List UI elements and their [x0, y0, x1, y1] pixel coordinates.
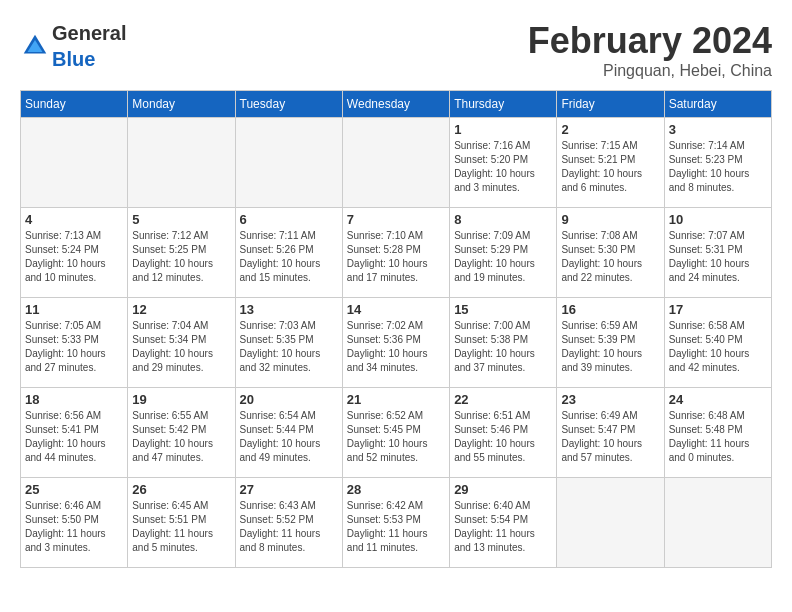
day-info: Sunrise: 7:04 AM Sunset: 5:34 PM Dayligh…: [132, 319, 230, 375]
day-info: Sunrise: 6:43 AM Sunset: 5:52 PM Dayligh…: [240, 499, 338, 555]
calendar-week-row: 25Sunrise: 6:46 AM Sunset: 5:50 PM Dayli…: [21, 478, 772, 568]
day-number: 25: [25, 482, 123, 497]
calendar-day-19: 19Sunrise: 6:55 AM Sunset: 5:42 PM Dayli…: [128, 388, 235, 478]
day-number: 14: [347, 302, 445, 317]
day-info: Sunrise: 7:03 AM Sunset: 5:35 PM Dayligh…: [240, 319, 338, 375]
calendar-day-25: 25Sunrise: 6:46 AM Sunset: 5:50 PM Dayli…: [21, 478, 128, 568]
day-number: 8: [454, 212, 552, 227]
title-section: February 2024 Pingquan, Hebei, China: [528, 20, 772, 80]
day-number: 29: [454, 482, 552, 497]
day-number: 17: [669, 302, 767, 317]
column-header-tuesday: Tuesday: [235, 91, 342, 118]
calendar-day-14: 14Sunrise: 7:02 AM Sunset: 5:36 PM Dayli…: [342, 298, 449, 388]
calendar-empty-cell: [664, 478, 771, 568]
day-number: 28: [347, 482, 445, 497]
day-number: 10: [669, 212, 767, 227]
column-header-monday: Monday: [128, 91, 235, 118]
location-title: Pingquan, Hebei, China: [528, 62, 772, 80]
day-info: Sunrise: 7:05 AM Sunset: 5:33 PM Dayligh…: [25, 319, 123, 375]
day-number: 20: [240, 392, 338, 407]
calendar-empty-cell: [235, 118, 342, 208]
day-info: Sunrise: 6:51 AM Sunset: 5:46 PM Dayligh…: [454, 409, 552, 465]
calendar-day-26: 26Sunrise: 6:45 AM Sunset: 5:51 PM Dayli…: [128, 478, 235, 568]
month-year-title: February 2024: [528, 20, 772, 62]
column-header-wednesday: Wednesday: [342, 91, 449, 118]
day-number: 7: [347, 212, 445, 227]
calendar-day-4: 4Sunrise: 7:13 AM Sunset: 5:24 PM Daylig…: [21, 208, 128, 298]
calendar-day-7: 7Sunrise: 7:10 AM Sunset: 5:28 PM Daylig…: [342, 208, 449, 298]
calendar-day-21: 21Sunrise: 6:52 AM Sunset: 5:45 PM Dayli…: [342, 388, 449, 478]
day-info: Sunrise: 7:14 AM Sunset: 5:23 PM Dayligh…: [669, 139, 767, 195]
calendar-day-3: 3Sunrise: 7:14 AM Sunset: 5:23 PM Daylig…: [664, 118, 771, 208]
calendar-empty-cell: [128, 118, 235, 208]
calendar-day-1: 1Sunrise: 7:16 AM Sunset: 5:20 PM Daylig…: [450, 118, 557, 208]
calendar-day-23: 23Sunrise: 6:49 AM Sunset: 5:47 PM Dayli…: [557, 388, 664, 478]
day-number: 22: [454, 392, 552, 407]
day-number: 23: [561, 392, 659, 407]
day-number: 3: [669, 122, 767, 137]
day-number: 26: [132, 482, 230, 497]
day-number: 5: [132, 212, 230, 227]
day-info: Sunrise: 6:48 AM Sunset: 5:48 PM Dayligh…: [669, 409, 767, 465]
logo-general-text: General: [52, 22, 126, 44]
day-info: Sunrise: 6:40 AM Sunset: 5:54 PM Dayligh…: [454, 499, 552, 555]
calendar-table: SundayMondayTuesdayWednesdayThursdayFrid…: [20, 90, 772, 568]
day-number: 16: [561, 302, 659, 317]
column-header-thursday: Thursday: [450, 91, 557, 118]
day-info: Sunrise: 7:07 AM Sunset: 5:31 PM Dayligh…: [669, 229, 767, 285]
day-number: 24: [669, 392, 767, 407]
day-info: Sunrise: 7:10 AM Sunset: 5:28 PM Dayligh…: [347, 229, 445, 285]
logo-icon: [20, 31, 50, 61]
calendar-day-28: 28Sunrise: 6:42 AM Sunset: 5:53 PM Dayli…: [342, 478, 449, 568]
day-info: Sunrise: 6:45 AM Sunset: 5:51 PM Dayligh…: [132, 499, 230, 555]
calendar-day-9: 9Sunrise: 7:08 AM Sunset: 5:30 PM Daylig…: [557, 208, 664, 298]
calendar-day-11: 11Sunrise: 7:05 AM Sunset: 5:33 PM Dayli…: [21, 298, 128, 388]
day-info: Sunrise: 7:15 AM Sunset: 5:21 PM Dayligh…: [561, 139, 659, 195]
calendar-day-13: 13Sunrise: 7:03 AM Sunset: 5:35 PM Dayli…: [235, 298, 342, 388]
day-number: 27: [240, 482, 338, 497]
day-info: Sunrise: 7:00 AM Sunset: 5:38 PM Dayligh…: [454, 319, 552, 375]
day-info: Sunrise: 6:46 AM Sunset: 5:50 PM Dayligh…: [25, 499, 123, 555]
day-info: Sunrise: 6:59 AM Sunset: 5:39 PM Dayligh…: [561, 319, 659, 375]
day-number: 9: [561, 212, 659, 227]
day-info: Sunrise: 7:16 AM Sunset: 5:20 PM Dayligh…: [454, 139, 552, 195]
day-number: 12: [132, 302, 230, 317]
calendar-empty-cell: [342, 118, 449, 208]
calendar-day-22: 22Sunrise: 6:51 AM Sunset: 5:46 PM Dayli…: [450, 388, 557, 478]
column-header-friday: Friday: [557, 91, 664, 118]
day-info: Sunrise: 6:55 AM Sunset: 5:42 PM Dayligh…: [132, 409, 230, 465]
calendar-day-6: 6Sunrise: 7:11 AM Sunset: 5:26 PM Daylig…: [235, 208, 342, 298]
calendar-day-8: 8Sunrise: 7:09 AM Sunset: 5:29 PM Daylig…: [450, 208, 557, 298]
calendar-day-10: 10Sunrise: 7:07 AM Sunset: 5:31 PM Dayli…: [664, 208, 771, 298]
day-info: Sunrise: 7:11 AM Sunset: 5:26 PM Dayligh…: [240, 229, 338, 285]
logo: General Blue: [20, 20, 126, 72]
calendar-day-24: 24Sunrise: 6:48 AM Sunset: 5:48 PM Dayli…: [664, 388, 771, 478]
day-info: Sunrise: 6:49 AM Sunset: 5:47 PM Dayligh…: [561, 409, 659, 465]
day-info: Sunrise: 6:42 AM Sunset: 5:53 PM Dayligh…: [347, 499, 445, 555]
calendar-day-2: 2Sunrise: 7:15 AM Sunset: 5:21 PM Daylig…: [557, 118, 664, 208]
day-number: 4: [25, 212, 123, 227]
calendar-day-17: 17Sunrise: 6:58 AM Sunset: 5:40 PM Dayli…: [664, 298, 771, 388]
day-number: 15: [454, 302, 552, 317]
day-info: Sunrise: 7:02 AM Sunset: 5:36 PM Dayligh…: [347, 319, 445, 375]
column-header-saturday: Saturday: [664, 91, 771, 118]
calendar-empty-cell: [557, 478, 664, 568]
calendar-empty-cell: [21, 118, 128, 208]
day-number: 11: [25, 302, 123, 317]
calendar-week-row: 1Sunrise: 7:16 AM Sunset: 5:20 PM Daylig…: [21, 118, 772, 208]
calendar-day-5: 5Sunrise: 7:12 AM Sunset: 5:25 PM Daylig…: [128, 208, 235, 298]
calendar-day-20: 20Sunrise: 6:54 AM Sunset: 5:44 PM Dayli…: [235, 388, 342, 478]
day-info: Sunrise: 6:52 AM Sunset: 5:45 PM Dayligh…: [347, 409, 445, 465]
page-header: General Blue February 2024 Pingquan, Heb…: [20, 20, 772, 80]
calendar-day-18: 18Sunrise: 6:56 AM Sunset: 5:41 PM Dayli…: [21, 388, 128, 478]
logo-blue-text: Blue: [52, 48, 95, 70]
calendar-day-27: 27Sunrise: 6:43 AM Sunset: 5:52 PM Dayli…: [235, 478, 342, 568]
day-info: Sunrise: 7:13 AM Sunset: 5:24 PM Dayligh…: [25, 229, 123, 285]
calendar-day-29: 29Sunrise: 6:40 AM Sunset: 5:54 PM Dayli…: [450, 478, 557, 568]
day-number: 18: [25, 392, 123, 407]
calendar-day-12: 12Sunrise: 7:04 AM Sunset: 5:34 PM Dayli…: [128, 298, 235, 388]
calendar-week-row: 18Sunrise: 6:56 AM Sunset: 5:41 PM Dayli…: [21, 388, 772, 478]
day-number: 6: [240, 212, 338, 227]
day-info: Sunrise: 7:09 AM Sunset: 5:29 PM Dayligh…: [454, 229, 552, 285]
day-info: Sunrise: 7:12 AM Sunset: 5:25 PM Dayligh…: [132, 229, 230, 285]
